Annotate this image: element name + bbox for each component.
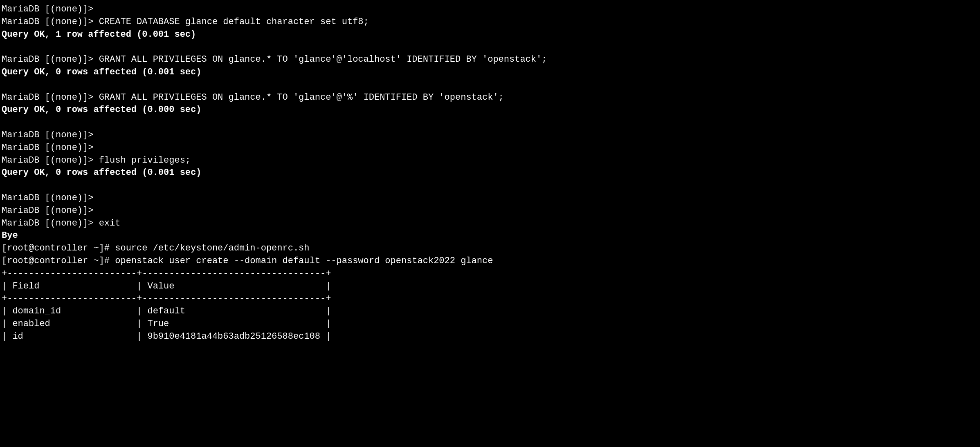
terminal-line: | Field | Value | [2, 280, 978, 293]
terminal-line: MariaDB [(none)]> flush privileges; [2, 154, 978, 167]
terminal-line: Query OK, 0 rows affected (0.000 sec) [2, 104, 978, 116]
terminal-line: | id | 9b910e4181a44b63adb25126588ec108 … [2, 331, 978, 343]
terminal: MariaDB [(none)]>MariaDB [(none)]> CREAT… [2, 3, 978, 343]
terminal-line: Query OK, 0 rows affected (0.001 sec) [2, 167, 978, 179]
terminal-line: [root@controller ~]# source /etc/keyston… [2, 242, 978, 255]
terminal-line: Bye [2, 230, 978, 242]
terminal-line: MariaDB [(none)]> CREATE DATABASE glance… [2, 16, 978, 29]
terminal-line: MariaDB [(none)]> [2, 3, 978, 16]
empty-line [2, 79, 978, 92]
empty-line [2, 116, 978, 129]
empty-line [2, 41, 978, 54]
terminal-line: +------------------------+--------------… [2, 268, 978, 280]
terminal-line: MariaDB [(none)]> GRANT ALL PRIVILEGES O… [2, 54, 978, 66]
terminal-line: Query OK, 1 row affected (0.001 sec) [2, 29, 978, 41]
terminal-line: Query OK, 0 rows affected (0.001 sec) [2, 66, 978, 79]
terminal-line: | enabled | True | [2, 318, 978, 331]
terminal-line: | domain_id | default | [2, 305, 978, 318]
terminal-line: MariaDB [(none)]> GRANT ALL PRIVILEGES O… [2, 92, 978, 104]
terminal-line: MariaDB [(none)]> exit [2, 217, 978, 230]
terminal-line: [root@controller ~]# openstack user crea… [2, 255, 978, 268]
empty-line [2, 179, 978, 192]
terminal-line: MariaDB [(none)]> [2, 205, 978, 217]
terminal-line: MariaDB [(none)]> [2, 142, 978, 154]
terminal-line: +------------------------+--------------… [2, 293, 978, 305]
terminal-line: MariaDB [(none)]> [2, 192, 978, 205]
terminal-line: MariaDB [(none)]> [2, 129, 978, 142]
